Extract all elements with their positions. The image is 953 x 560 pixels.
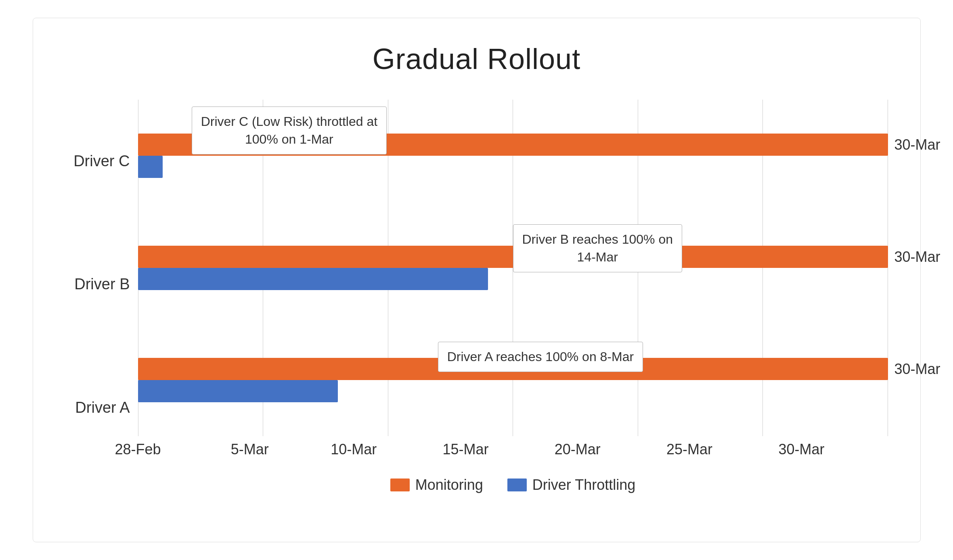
x-tick-container: 28-Feb 5-Mar 10-Mar 15-Mar 20-Mar 25-Mar… [138, 441, 848, 458]
callout-a-text: Driver A reaches 100% on 8-Mar [447, 349, 634, 364]
x-tick-15mar: 15-Mar [442, 441, 488, 458]
y-label-driver-a: Driver A [65, 371, 130, 444]
chart-container: Gradual Rollout Driver C Driver B Driver… [33, 18, 921, 542]
callout-b-text: Driver B reaches 100% on14-Mar [522, 232, 673, 265]
x-axis: 28-Feb 5-Mar 10-Mar 15-Mar 20-Mar 25-Mar… [138, 436, 848, 468]
bar-row-c-blue [138, 156, 888, 178]
callout-driver-a: Driver A reaches 100% on 8-Mar [438, 342, 643, 372]
bar-c-blue [138, 156, 163, 178]
legend-label-monitoring: Monitoring [415, 476, 483, 493]
grid-and-bars: 30-Mar 30-Mar [138, 100, 888, 436]
legend-label-throttling: Driver Throttling [532, 476, 635, 493]
chart-body: Driver C Driver B Driver A [65, 100, 888, 493]
x-tick-10mar: 10-Mar [331, 441, 377, 458]
bar-b-blue [138, 268, 488, 290]
x-tick-30mar: 30-Mar [778, 441, 824, 458]
right-label-b: 30-Mar [894, 249, 940, 265]
chart-area: 30-Mar 30-Mar [138, 100, 888, 493]
y-label-driver-b: Driver B [65, 248, 130, 321]
x-tick-25mar: 25-Mar [666, 441, 712, 458]
y-label-driver-c: Driver C [65, 125, 130, 198]
legend-item-throttling: Driver Throttling [507, 476, 635, 493]
chart-title: Gradual Rollout [65, 42, 888, 75]
callout-driver-b: Driver B reaches 100% on14-Mar [513, 224, 683, 273]
callout-c-text: Driver C (Low Risk) throttled at100% on … [201, 114, 377, 147]
x-tick-5mar: 5-Mar [231, 441, 269, 458]
x-tick-28feb: 28-Feb [115, 441, 161, 458]
bar-a-blue [138, 380, 338, 402]
legend: Monitoring Driver Throttling [138, 476, 888, 493]
bar-row-a-blue [138, 380, 888, 402]
legend-swatch-throttling [507, 479, 527, 491]
y-axis-labels: Driver C Driver B Driver A [65, 100, 138, 493]
right-label-c: 30-Mar [894, 136, 940, 153]
legend-item-monitoring: Monitoring [390, 476, 483, 493]
x-tick-20mar: 20-Mar [555, 441, 601, 458]
legend-swatch-monitoring [390, 479, 410, 491]
right-label-a: 30-Mar [894, 361, 940, 378]
callout-driver-c: Driver C (Low Risk) throttled at100% on … [192, 107, 387, 155]
